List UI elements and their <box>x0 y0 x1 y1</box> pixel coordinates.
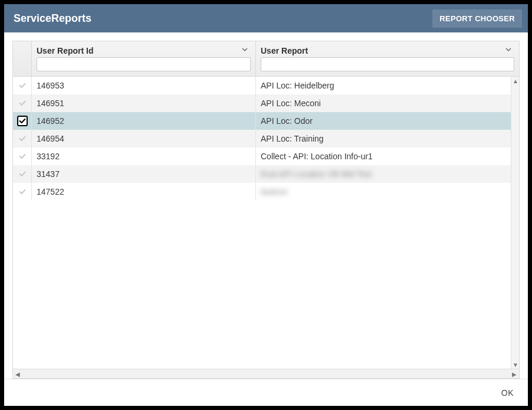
row-checkbox-cell[interactable] <box>13 165 32 183</box>
column-header-user-report-id[interactable]: User Report Id <box>32 41 256 77</box>
dialog-footer: OK <box>4 379 528 406</box>
row-checkbox-cell[interactable] <box>13 147 32 165</box>
table-row[interactable]: 146953API Loc: Heidelberg <box>13 77 519 94</box>
cell-user-report: API Loc: Heidelberg <box>256 77 519 94</box>
checkbox-unchecked-icon[interactable] <box>17 151 28 162</box>
cell-user-report-id: 31437 <box>32 165 256 183</box>
cell-user-report: test/urv <box>256 183 519 201</box>
checkbox-unchecked-icon[interactable] <box>17 80 28 91</box>
row-checkbox-cell[interactable] <box>13 112 32 130</box>
column-label: User Report <box>261 46 308 55</box>
cell-user-report-id: 33192 <box>32 147 256 165</box>
row-checkbox-cell[interactable] <box>13 94 32 112</box>
ok-button[interactable]: OK <box>501 388 514 398</box>
scroll-left-icon[interactable]: ◀ <box>13 369 22 379</box>
column-header-user-report[interactable]: User Report <box>256 41 519 77</box>
report-chooser-button[interactable]: REPORT CHOOSER <box>432 9 522 28</box>
checkbox-unchecked-icon[interactable] <box>17 98 28 109</box>
grid-container: User Report Id User Report <box>4 32 528 379</box>
dialog-title: ServiceReports <box>14 12 91 25</box>
cell-user-report-id: 146952 <box>32 112 256 130</box>
cell-user-report: API Loc: Meconi <box>256 94 519 112</box>
table-row[interactable]: 33192Collect - API: Location Info-ur1 <box>13 147 519 165</box>
column-menu-icon[interactable] <box>239 46 251 55</box>
title-bar: ServiceReports REPORT CHOOSER <box>4 4 528 32</box>
grid-body: 146953API Loc: Heidelberg146951API Loc: … <box>13 77 519 369</box>
row-checkbox-cell[interactable] <box>13 130 32 147</box>
checkbox-unchecked-icon[interactable] <box>17 133 28 144</box>
cell-user-report: API Loc: Training <box>256 130 519 147</box>
column-menu-icon[interactable] <box>503 46 514 55</box>
scroll-down-icon[interactable]: ▼ <box>511 360 520 369</box>
data-grid: User Report Id User Report <box>12 41 520 379</box>
table-row[interactable]: 31437Eval API Location VB Mid Test <box>13 165 519 183</box>
table-row[interactable]: 146954API Loc: Training <box>13 130 519 147</box>
dialog-window: ServiceReports REPORT CHOOSER User Repor… <box>4 4 528 406</box>
cell-user-report: Collect - API: Location Info-ur1 <box>256 147 519 165</box>
scroll-right-icon[interactable]: ▶ <box>510 369 519 379</box>
cell-user-report-id: 146954 <box>32 130 256 147</box>
header-checkbox-column <box>13 41 32 77</box>
row-checkbox-cell[interactable] <box>13 183 32 201</box>
cell-user-report-id: 146951 <box>32 94 256 112</box>
row-checkbox-cell[interactable] <box>13 77 32 94</box>
cell-user-report-id: 146953 <box>32 77 256 94</box>
table-row[interactable]: 146952API Loc: Odor <box>13 112 519 130</box>
grid-rows: 146953API Loc: Heidelberg146951API Loc: … <box>13 77 519 369</box>
filter-input-user-report-id[interactable] <box>37 57 251 71</box>
checkbox-unchecked-icon[interactable] <box>17 186 28 197</box>
table-row[interactable]: 146951API Loc: Meconi <box>13 94 519 112</box>
vertical-scrollbar[interactable]: ▲ ▼ <box>511 77 519 369</box>
checkbox-unchecked-icon[interactable] <box>17 169 28 179</box>
header-row: User Report Id User Report <box>13 41 519 77</box>
column-label: User Report Id <box>37 46 93 55</box>
table-row[interactable]: 147522test/urv <box>13 183 519 201</box>
cell-user-report: API Loc: Odor <box>256 112 519 130</box>
filter-input-user-report[interactable] <box>261 57 514 71</box>
horizontal-scrollbar[interactable]: ◀ ▶ <box>13 369 519 378</box>
scroll-up-icon[interactable]: ▲ <box>511 77 520 85</box>
checkbox-checked-icon[interactable] <box>17 116 28 126</box>
cell-user-report-id: 147522 <box>32 183 256 201</box>
cell-user-report: Eval API Location VB Mid Test <box>256 165 519 183</box>
